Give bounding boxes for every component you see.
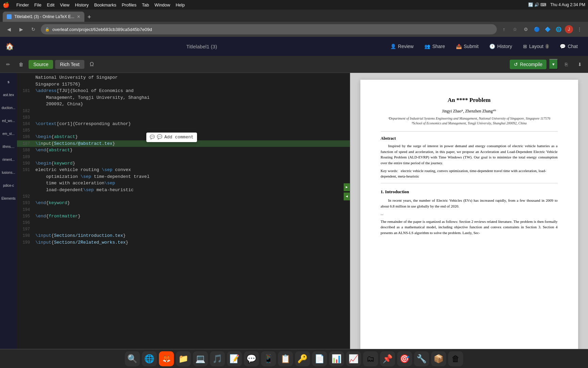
- url-text: overleaf.com/project/62eb683cb389ca5d45b…: [52, 27, 152, 32]
- share-icon[interactable]: ↑: [500, 25, 508, 34]
- sidebar-item-lusions[interactable]: lusions...: [1, 166, 16, 179]
- browser-tab-bar: Titlelabel1 (3) - Online LaTeX E... ✕ +: [0, 10, 588, 22]
- sidebar-item-edwo[interactable]: ed_wo...: [1, 114, 16, 127]
- share-btn[interactable]: 👥 Share: [420, 42, 450, 51]
- recompile-btn[interactable]: ↺ Recompile: [510, 60, 546, 69]
- forward-btn[interactable]: ▶: [16, 25, 26, 34]
- code-line: 181 \address[TJU]{School of Economics an…: [17, 88, 350, 108]
- tab-close-btn[interactable]: ✕: [77, 14, 80, 19]
- sidebar-item-emst[interactable]: em_st...: [1, 127, 16, 140]
- menu-icon[interactable]: ⋮: [575, 25, 584, 34]
- dock-trash[interactable]: 🗑: [448, 351, 463, 366]
- pencil-btn[interactable]: ✏: [3, 59, 14, 70]
- submit-btn[interactable]: 📤 Submit: [451, 42, 484, 51]
- menu-profiles[interactable]: Profiles: [122, 2, 136, 7]
- clock: Thu 4 Aug 2:34 PM: [550, 2, 585, 7]
- menu-help[interactable]: Help: [176, 2, 185, 7]
- code-line: 196: [17, 219, 350, 226]
- collapse-right-btn[interactable]: ▶: [344, 183, 350, 191]
- dock-texshop[interactable]: 📝: [227, 351, 242, 366]
- dock-numbers[interactable]: 📈: [346, 351, 361, 366]
- sidebar-item-ast[interactable]: ast.tex: [1, 89, 16, 101]
- sidebar-item-s[interactable]: s: [1, 76, 16, 88]
- menu-finder[interactable]: Finder: [16, 2, 29, 7]
- bookmark-icon[interactable]: ☆: [510, 25, 519, 34]
- dock-tools[interactable]: 🔧: [414, 351, 429, 366]
- sidebar-item-pdice[interactable]: pdice-c: [1, 179, 16, 191]
- copy-btn[interactable]: ⎘: [561, 59, 572, 70]
- menu-edit[interactable]: Edit: [47, 2, 54, 7]
- main-layout: s ast.tex duction... ed_wo... em_st... i…: [0, 73, 588, 349]
- add-comment-tooltip[interactable]: 💬 Add comment: [146, 133, 197, 142]
- dock-archive[interactable]: 📦: [431, 351, 446, 366]
- download-btn[interactable]: ⬇: [574, 59, 585, 70]
- refresh-btn[interactable]: ↻: [29, 25, 38, 34]
- sidebar: s ast.tex duction... ed_wo... em_st... i…: [0, 73, 17, 349]
- source-btn[interactable]: Source: [29, 60, 53, 69]
- dock-launchpad[interactable]: 🔍: [125, 351, 140, 366]
- editor-content[interactable]: 💬 Add comment ▶ ◀ National University of…: [17, 73, 350, 349]
- preview-paper: An **** Problem Jingyi Zhaoᵃ, Zhenzhen Z…: [360, 80, 578, 349]
- dock-focus[interactable]: 🎯: [397, 351, 412, 366]
- review-btn[interactable]: 👤 Review: [386, 42, 419, 51]
- menu-history[interactable]: History: [75, 2, 88, 7]
- paper-rule-bottom: [381, 183, 558, 183]
- dock-finder[interactable]: 📁: [176, 351, 191, 366]
- layout-icon: ⊞: [523, 44, 527, 49]
- menu-window[interactable]: Window: [154, 2, 170, 7]
- home-icon[interactable]: 🏠: [5, 42, 14, 50]
- dock-terminal[interactable]: 💻: [193, 351, 208, 366]
- code-line: 199 \input{Sections/2Related_works.tex}: [17, 239, 350, 246]
- dock-notes[interactable]: 📋: [278, 351, 293, 366]
- sidebar-item-riment[interactable]: riment...: [1, 153, 16, 166]
- editor-toolbar: ✏ 🗑 Source Rich Text Ω ↺ Recompile ▾ ⎘ ⬇: [0, 56, 588, 73]
- dock-keychain[interactable]: 🔑: [295, 351, 310, 366]
- sidebar-item-ithms[interactable]: ithms....: [1, 140, 16, 153]
- back-btn[interactable]: ◀: [4, 25, 14, 34]
- menu-file[interactable]: File: [34, 2, 42, 7]
- avatar-icon[interactable]: J: [565, 25, 573, 33]
- browser-tab[interactable]: Titlelabel1 (3) - Online LaTeX E... ✕: [3, 12, 84, 22]
- trash-btn[interactable]: 🗑: [16, 59, 27, 70]
- dock-phone[interactable]: 📱: [261, 351, 276, 366]
- history-btn[interactable]: 🕐 History: [485, 42, 517, 51]
- dock-firefox[interactable]: 🦊: [159, 351, 174, 366]
- code-line: 194: [17, 206, 350, 213]
- review-icon: 👤: [390, 44, 396, 49]
- ext1-icon[interactable]: ⚙: [521, 25, 530, 34]
- preview-pane[interactable]: An **** Problem Jingyi Zhaoᵃ, Zhenzhen Z…: [350, 73, 588, 349]
- apple-menu[interactable]: 🍎: [3, 2, 10, 8]
- omega-btn[interactable]: Ω: [86, 59, 97, 70]
- keywords-line: Key words: electric vehicle routing, con…: [381, 168, 558, 179]
- dock-reminders[interactable]: 📌: [380, 351, 395, 366]
- status-icons: 🔄 🔊 ⌨: [528, 2, 546, 7]
- menu-bookmarks[interactable]: Bookmarks: [94, 2, 116, 7]
- intro-title: 1. Introduction: [381, 189, 558, 195]
- editor-wrapper: 💬 Add comment ▶ ◀ National University of…: [17, 73, 350, 349]
- sidebar-item-elements[interactable]: Elements: [1, 192, 16, 204]
- new-tab-button[interactable]: +: [84, 12, 94, 22]
- paper-title: An **** Problem: [381, 96, 558, 104]
- app-title: Titlelabel1 (3): [18, 44, 386, 49]
- ext3-icon[interactable]: 🔷: [543, 25, 552, 34]
- dock-music[interactable]: 🎵: [210, 351, 225, 366]
- code-line: 197: [17, 226, 350, 232]
- menu-tab[interactable]: Tab: [142, 2, 149, 7]
- recompile-dropdown-btn[interactable]: ▾: [549, 59, 558, 70]
- dock-preview[interactable]: 📄: [312, 351, 327, 366]
- dock-files[interactable]: 🗂: [363, 351, 378, 366]
- layout-btn[interactable]: ⊞ Layout i: [518, 42, 554, 51]
- dock-excel[interactable]: 📊: [329, 351, 344, 366]
- dock-chrome[interactable]: 🌐: [142, 351, 157, 366]
- ext4-icon[interactable]: 🌐: [554, 25, 563, 34]
- collapse-left-btn[interactable]: ◀: [344, 193, 350, 200]
- sidebar-item-duction[interactable]: duction...: [1, 102, 16, 114]
- richtext-btn[interactable]: Rich Text: [55, 60, 84, 69]
- code-line: 182: [17, 108, 350, 114]
- ext2-icon[interactable]: 🔵: [532, 25, 541, 34]
- address-bar[interactable]: 🔒 overleaf.com/project/62eb683cb389ca5d4…: [41, 24, 497, 34]
- chat-btn[interactable]: 💬 Chat: [555, 42, 583, 51]
- dock-messages[interactable]: 💬: [244, 351, 259, 366]
- tab-favicon: [7, 14, 12, 19]
- menu-view[interactable]: View: [60, 2, 69, 7]
